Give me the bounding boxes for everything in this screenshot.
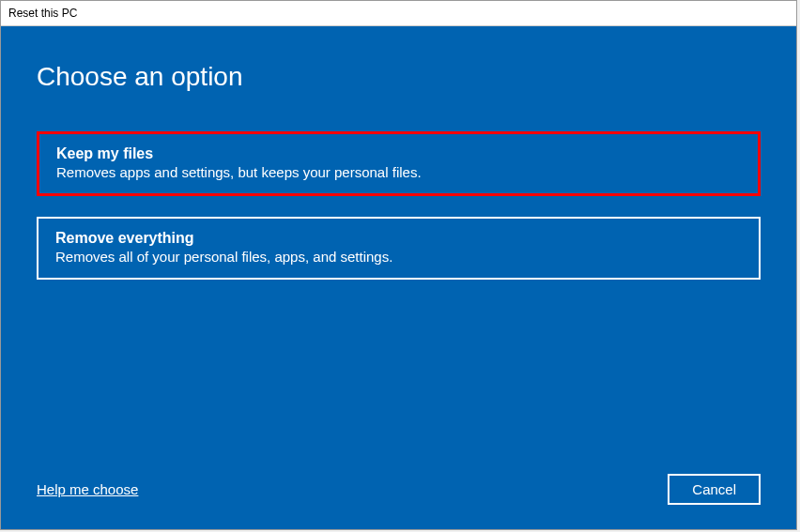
reset-pc-window: Reset this PC Choose an option Keep my f… xyxy=(0,0,797,530)
page-title: Choose an option xyxy=(37,62,761,92)
footer: Help me choose Cancel xyxy=(37,474,761,505)
option-description: Removes all of your personal files, apps… xyxy=(55,249,742,265)
option-title: Keep my files xyxy=(56,145,741,162)
help-me-choose-link[interactable]: Help me choose xyxy=(37,481,138,497)
option-remove-everything[interactable]: Remove everything Removes all of your pe… xyxy=(37,217,761,280)
window-title: Reset this PC xyxy=(8,7,77,20)
titlebar: Reset this PC xyxy=(1,1,796,26)
option-title: Remove everything xyxy=(55,230,742,247)
options-list: Keep my files Removes apps and settings,… xyxy=(37,131,761,280)
option-keep-my-files[interactable]: Keep my files Removes apps and settings,… xyxy=(37,131,761,196)
option-description: Removes apps and settings, but keeps you… xyxy=(56,164,741,180)
cancel-button[interactable]: Cancel xyxy=(668,474,761,505)
content-pane: Choose an option Keep my files Removes a… xyxy=(1,26,796,529)
